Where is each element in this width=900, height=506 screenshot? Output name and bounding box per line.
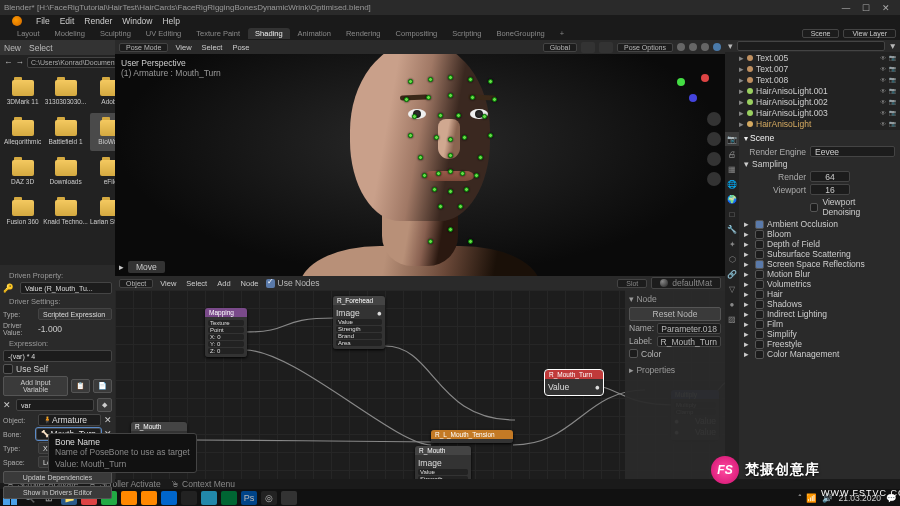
bone-handle[interactable] — [460, 171, 465, 176]
section-check[interactable] — [755, 230, 764, 239]
3d-viewport[interactable]: User Perspective (1) Armature : Mouth_Tu… — [115, 54, 725, 276]
viewport-denoise-check[interactable] — [810, 203, 819, 212]
tb-ps-icon[interactable]: Ps — [241, 491, 257, 505]
section-check[interactable] — [755, 260, 764, 269]
prop-section[interactable]: ▸Bloom — [744, 229, 895, 239]
outliner-item[interactable]: ▸Text.008👁📷 — [725, 74, 900, 85]
prop-section[interactable]: ▸Hair — [744, 289, 895, 299]
section-check[interactable] — [755, 240, 764, 249]
vp-menu-select[interactable]: Select — [199, 43, 226, 52]
bone-handle[interactable] — [408, 133, 413, 138]
slot-dropdown[interactable]: Slot — [617, 279, 647, 288]
viewlayer-dropdown[interactable]: View Layer — [843, 29, 896, 38]
window-close[interactable]: ✕ — [876, 3, 896, 13]
viewport-samples-field[interactable]: 16 — [810, 184, 850, 195]
fb-path-input[interactable] — [27, 57, 123, 68]
tab-animation[interactable]: Animation — [291, 28, 338, 39]
prop-tab-viewlayer[interactable]: ▦ — [725, 162, 739, 176]
outliner-item[interactable]: ▸Text.005👁📷 — [725, 52, 900, 63]
folder-item[interactable]: 3DMark 11 — [4, 73, 41, 111]
outliner-search[interactable] — [737, 41, 885, 51]
use-nodes-check[interactable]: Use Nodes — [266, 278, 320, 288]
prop-tab-material[interactable]: ● — [725, 297, 739, 311]
node-value-forehead[interactable]: R_Forehead Image●ValueStrengthBrandArea — [333, 296, 385, 349]
nav-gizmo[interactable] — [675, 68, 711, 104]
node-menu-select[interactable]: Select — [183, 279, 210, 288]
proportional-icon[interactable] — [599, 42, 613, 53]
tab-bonegrouping[interactable]: BoneGrouping — [489, 28, 551, 39]
prop-tab-output[interactable]: 🖨 — [725, 147, 739, 161]
outliner-type-icon[interactable]: ▾ — [728, 41, 733, 51]
show-drivers-button[interactable]: Show in Drivers Editor — [3, 486, 112, 499]
prop-section[interactable]: ▸Depth of Field — [744, 239, 895, 249]
prop-tab-scene[interactable]: 🌐 — [725, 177, 739, 191]
var-name-field[interactable]: var — [16, 399, 94, 411]
folder-item[interactable]: 3130303030... — [43, 73, 88, 111]
prop-section[interactable]: ▸Color Management — [744, 349, 895, 359]
tab-layout[interactable]: Layout — [10, 28, 47, 39]
driven-prop-field[interactable]: Value (R_Mouth_Tu... — [20, 282, 112, 294]
folder-item[interactable]: BioWare — [90, 113, 115, 151]
prop-tab-object[interactable]: □ — [725, 207, 739, 221]
node-editor[interactable]: Mapping TexturePointX: 0Y: 0Z: 0 R_Foreh… — [115, 290, 725, 494]
fb-fwd-icon[interactable]: → — [16, 57, 25, 67]
outliner-item[interactable]: ▸HairAnisoLight.003👁📷 — [725, 107, 900, 118]
tb-blender2-icon[interactable] — [141, 491, 157, 505]
vp-persp-icon[interactable] — [707, 172, 721, 186]
folder-item[interactable]: Allegorithmic — [4, 113, 41, 151]
section-check[interactable] — [755, 300, 764, 309]
folder-item[interactable]: DAZ 3D — [4, 153, 41, 191]
scene-dropdown[interactable]: Scene — [802, 29, 840, 38]
window-minimize[interactable]: — — [836, 3, 856, 13]
paste-var-icon[interactable]: 📄 — [93, 379, 112, 393]
reset-node-button[interactable]: Reset Node — [629, 307, 721, 321]
tab-rendering[interactable]: Rendering — [339, 28, 388, 39]
bone-handle[interactable] — [412, 114, 417, 119]
bone-handle[interactable] — [488, 79, 493, 84]
shading-solid-icon[interactable] — [689, 43, 697, 51]
section-check[interactable] — [755, 350, 764, 359]
bone-handle[interactable] — [428, 77, 433, 82]
tb-obs-icon[interactable]: ◎ — [261, 491, 277, 505]
bone-handle[interactable] — [458, 204, 463, 209]
shading-lookdev-icon[interactable] — [701, 43, 709, 51]
add-input-var-button[interactable]: Add Input Variable — [3, 376, 68, 396]
shading-rendered-icon[interactable] — [713, 43, 721, 51]
menu-render[interactable]: Render — [84, 16, 112, 26]
fb-back-icon[interactable]: ← — [4, 57, 13, 67]
prop-tab-data[interactable]: ▽ — [725, 282, 739, 296]
node-menu-view[interactable]: View — [157, 279, 179, 288]
folder-item[interactable]: Knald Techno... — [43, 193, 88, 231]
section-check[interactable] — [755, 270, 764, 279]
vp-menu-view[interactable]: View — [172, 43, 194, 52]
vp-collapse-icon[interactable]: ▸ — [119, 262, 124, 272]
driver-type-dropdown[interactable]: Scripted Expression — [38, 308, 112, 320]
tb-app7-icon[interactable] — [281, 491, 297, 505]
vp-zoom-icon[interactable] — [707, 112, 721, 126]
bone-handle[interactable] — [432, 187, 437, 192]
folder-item[interactable]: Larian Studios — [90, 193, 115, 231]
bone-handle[interactable] — [434, 135, 439, 140]
outliner-item[interactable]: ▸HairAnisoLight.002👁📷 — [725, 96, 900, 107]
section-check[interactable] — [755, 220, 764, 229]
prop-section[interactable]: ▸Subsurface Scattering — [744, 249, 895, 259]
render-samples-field[interactable]: 64 — [810, 171, 850, 182]
node-name-field[interactable]: Parameter.018 — [657, 323, 721, 334]
tab-compositing[interactable]: Compositing — [389, 28, 445, 39]
node-mouth-turn[interactable]: R_Mouth_Turn Value● — [545, 370, 603, 395]
tab-shading[interactable]: Shading — [248, 28, 290, 39]
prop-section[interactable]: ▸Screen Space Reflections — [744, 259, 895, 269]
bone-handle[interactable] — [482, 114, 487, 119]
section-check[interactable] — [755, 310, 764, 319]
section-check[interactable] — [755, 320, 764, 329]
mode-dropdown[interactable]: Pose Mode — [119, 43, 168, 52]
menu-file[interactable]: File — [36, 16, 50, 26]
prop-section[interactable]: ▸Simplify — [744, 329, 895, 339]
bone-handle[interactable] — [438, 113, 443, 118]
bone-handle[interactable] — [404, 97, 409, 102]
tb-app4-icon[interactable] — [181, 491, 197, 505]
node-menu-add[interactable]: Add — [214, 279, 233, 288]
section-check[interactable] — [755, 290, 764, 299]
tray-net-icon[interactable]: 📶 — [806, 493, 817, 503]
expression-field[interactable]: -(var) * 4 — [3, 350, 112, 362]
